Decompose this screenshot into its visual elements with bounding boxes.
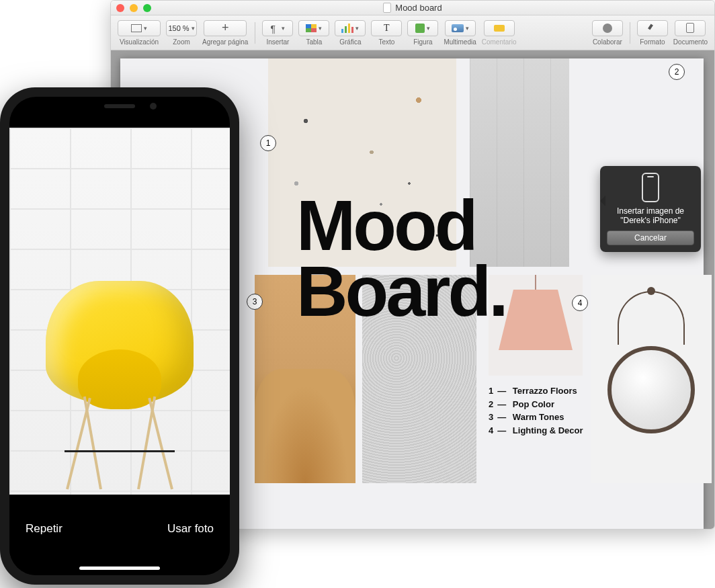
popover-line-1: Insertar imagen de: [607, 206, 694, 216]
media-label: Multimedia: [444, 38, 476, 46]
retake-label: Repetir: [26, 522, 62, 535]
person-icon: [603, 24, 612, 33]
toolbar-separator-2: [630, 22, 630, 44]
window-title: Mood board: [111, 3, 714, 13]
popover-cancel-button[interactable]: Cancelar: [607, 230, 694, 245]
toolbar-separator: [255, 22, 255, 44]
brush-icon: [647, 23, 658, 34]
zoom-button[interactable]: 150 %▾ Zoom: [163, 19, 200, 47]
chart-icon: [341, 24, 353, 33]
popover-cancel-label: Cancelar: [634, 233, 667, 243]
window-title-text: Mood board: [395, 3, 441, 13]
add-page-label: Agregar página: [202, 38, 248, 46]
window-titlebar: Mood board: [111, 1, 714, 15]
media-button[interactable]: ▾ Multimedia: [441, 19, 478, 47]
popover-line-2: "Derek's iPhone": [607, 216, 694, 225]
callout-4: 4: [572, 295, 588, 311]
iphone-device: Repetir Usar foto: [0, 87, 239, 585]
media-icon: [452, 24, 464, 32]
format-button[interactable]: Formato: [634, 19, 671, 47]
callout-2: 2: [669, 64, 685, 80]
table-icon: [306, 24, 317, 32]
legend-num: 4: [489, 425, 493, 435]
zoom-value: 150 %: [168, 24, 189, 32]
continuity-camera-popover: Insertar imagen de "Derek's iPhone" Canc…: [600, 166, 701, 252]
comment-label: Comentario: [482, 38, 517, 46]
table-button[interactable]: ▾ Tabla: [296, 19, 332, 47]
camera-bottom-bar: Repetir Usar foto: [9, 495, 230, 575]
home-indicator[interactable]: [79, 566, 160, 570]
chart-label: Gráfica: [339, 38, 361, 46]
text-label: Texto: [378, 38, 394, 46]
legend-label: Terrazzo Floors: [513, 386, 577, 396]
legend-row: 4— Lighting & Decor: [489, 424, 583, 437]
image-round-mirror[interactable]: [591, 275, 712, 483]
phone-outline-icon: [642, 173, 659, 202]
legend-row: 2— Pop Color: [489, 398, 583, 411]
iphone-notch: [62, 97, 177, 116]
retake-button[interactable]: Repetir: [26, 522, 62, 536]
camera-viewfinder[interactable]: [9, 128, 230, 495]
legend-label: Warm Tones: [513, 412, 564, 422]
comment-icon: [494, 25, 505, 32]
table-label: Tabla: [306, 38, 322, 46]
iphone-screen: Repetir Usar foto: [9, 97, 230, 575]
use-photo-button[interactable]: Usar foto: [167, 522, 214, 536]
headline-line-1: Mood: [296, 193, 506, 259]
legend-row: 1— Terrazzo Floors: [489, 384, 583, 398]
legend-label: Pop Color: [513, 399, 554, 409]
view-icon: [131, 24, 142, 32]
comment-button[interactable]: Comentario: [479, 19, 519, 47]
view-label: Visualización: [120, 38, 159, 46]
callout-3: 3: [247, 294, 263, 310]
chart-button[interactable]: ▾ Gráfica: [332, 19, 368, 47]
toolbar: ▾ Visualización 150 %▾ Zoom Agregar pági…: [111, 15, 714, 50]
view-button[interactable]: ▾ Visualización: [115, 19, 163, 47]
legend-num: 1: [489, 386, 493, 396]
paragraph-icon: [270, 24, 280, 33]
text-icon: [384, 23, 390, 34]
format-label: Formato: [640, 38, 665, 46]
use-photo-label: Usar foto: [167, 522, 214, 535]
shape-button[interactable]: ▾ Figura: [405, 19, 441, 47]
callout-1: 1: [260, 135, 276, 151]
legend-num: 2: [489, 399, 493, 409]
add-page-button[interactable]: Agregar página: [200, 19, 251, 47]
legend-row: 3— Warm Tones: [489, 411, 583, 424]
document-button[interactable]: Documento: [671, 19, 710, 47]
zoom-label: Zoom: [173, 38, 190, 46]
headline-line-2: Board.: [296, 259, 506, 325]
headline[interactable]: Mood Board.: [296, 193, 506, 324]
camera-photo-yellow-chair: [39, 267, 200, 489]
document-label: Documento: [673, 38, 708, 46]
legend-label: Lighting & Decor: [513, 425, 583, 435]
collaborate-button[interactable]: Colaborar: [589, 19, 626, 47]
legend[interactable]: 1— Terrazzo Floors 2— Pop Color 3— Warm …: [489, 384, 583, 437]
shape-icon: [415, 24, 425, 33]
shape-label: Figura: [413, 38, 432, 46]
legend-num: 3: [489, 412, 493, 422]
text-button[interactable]: Texto: [368, 19, 405, 47]
plus-icon: [222, 21, 229, 35]
document-icon: [383, 3, 391, 13]
document-panel-icon: [686, 23, 694, 33]
insert-button[interactable]: ▾ Insertar: [259, 19, 296, 47]
insert-label: Insertar: [266, 38, 289, 46]
collaborate-label: Colaborar: [593, 38, 622, 46]
